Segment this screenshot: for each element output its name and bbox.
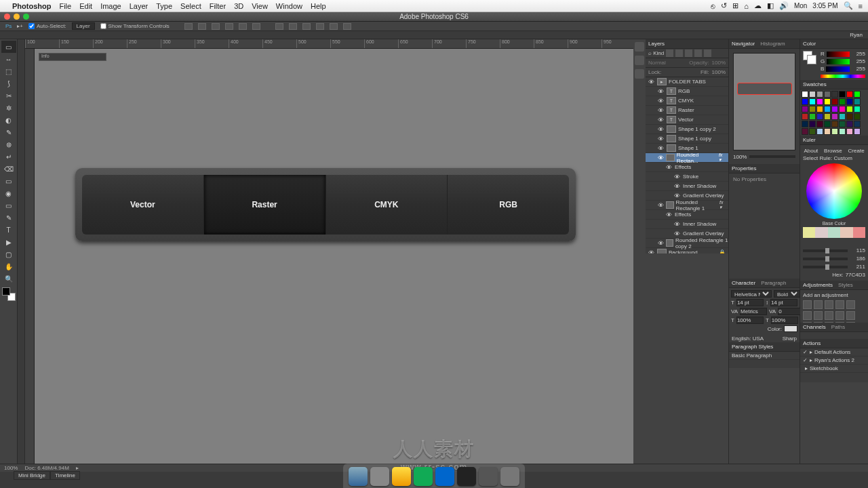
dock-finder-icon[interactable] bbox=[349, 467, 368, 486]
menu-image[interactable]: Image bbox=[100, 2, 121, 10]
leading[interactable] bbox=[770, 299, 797, 306]
aa-select[interactable]: Sharp bbox=[783, 336, 797, 342]
dock-icon[interactable] bbox=[635, 69, 644, 79]
menu-app[interactable]: Photoshop bbox=[12, 2, 51, 10]
menu-window[interactable]: Window bbox=[276, 2, 302, 10]
layer-row[interactable]: 👁TRGB bbox=[646, 87, 728, 96]
vertical-ruler[interactable] bbox=[25, 49, 35, 464]
navigator-tab[interactable]: Navigator bbox=[732, 41, 755, 47]
auto-select-checkbox[interactable]: Auto-Select: bbox=[28, 23, 66, 29]
visibility-icon[interactable]: 👁 bbox=[658, 98, 665, 104]
swatch[interactable] bbox=[846, 121, 853, 127]
swatch[interactable] bbox=[824, 121, 831, 127]
heal-tool[interactable]: ◐ bbox=[1, 114, 16, 126]
swatch[interactable] bbox=[846, 91, 853, 98]
swatch[interactable] bbox=[802, 91, 808, 98]
align-btn[interactable] bbox=[212, 23, 220, 30]
pstyles-tab[interactable]: Paragraph Styles bbox=[732, 344, 773, 350]
layer-row[interactable]: 👁Inner Shadow bbox=[646, 182, 728, 191]
filter-type-icon[interactable] bbox=[685, 49, 692, 57]
status-icon[interactable]: ↺ bbox=[721, 1, 727, 10]
swatch[interactable] bbox=[846, 106, 853, 113]
status-icon[interactable]: ⌂ bbox=[744, 2, 749, 10]
r-value[interactable]: 255 bbox=[852, 51, 865, 57]
kuler-tab[interactable]: Kuler bbox=[803, 137, 816, 143]
layer-row[interactable]: 👁Inner Shadow bbox=[646, 220, 728, 229]
swatch[interactable] bbox=[839, 128, 846, 135]
b-value[interactable]: 255 bbox=[852, 66, 865, 72]
layer-row[interactable]: 👁TVector bbox=[646, 115, 728, 125]
visibility-icon[interactable]: 👁 bbox=[674, 174, 681, 180]
g-value[interactable]: 255 bbox=[852, 58, 865, 64]
kuler-rule[interactable]: Custom bbox=[833, 155, 852, 161]
layer-row[interactable]: 👁Rounded Rectangle 1 copy 2 bbox=[646, 239, 728, 248]
distribute-btn[interactable] bbox=[343, 23, 351, 30]
swatch[interactable] bbox=[816, 121, 823, 127]
visibility-icon[interactable]: 👁 bbox=[658, 107, 665, 114]
swatch[interactable] bbox=[839, 121, 846, 127]
show-transform-checkbox[interactable]: Show Transform Controls bbox=[100, 23, 170, 29]
blur-tool[interactable]: ◉ bbox=[1, 187, 16, 199]
menu-3d[interactable]: 3D bbox=[234, 2, 243, 10]
h-slider[interactable] bbox=[803, 249, 848, 252]
visibility-icon[interactable]: 👁 bbox=[648, 79, 655, 85]
swatch[interactable] bbox=[802, 121, 808, 127]
horizontal-ruler[interactable]: 1001502002503003504004505005506006507007… bbox=[25, 39, 633, 49]
g-slider[interactable] bbox=[827, 59, 850, 64]
hand-tool[interactable]: ✋ bbox=[1, 260, 16, 272]
swatch[interactable] bbox=[802, 98, 808, 105]
actions-tab[interactable]: Actions bbox=[803, 340, 821, 346]
layer-row[interactable]: 👁Effects bbox=[646, 163, 728, 172]
stamp-tool[interactable]: ⊛ bbox=[1, 138, 16, 150]
action-item[interactable]: ▸Sketchbook bbox=[800, 365, 868, 373]
kuler-swatch[interactable] bbox=[803, 227, 815, 238]
navigator-preview[interactable] bbox=[733, 53, 795, 150]
move-tool[interactable]: ▭ bbox=[1, 41, 16, 53]
paths-tab[interactable]: Paths bbox=[831, 324, 845, 330]
nav-zoom-slider[interactable] bbox=[749, 155, 795, 158]
align-btn[interactable] bbox=[225, 23, 233, 30]
visibility-icon[interactable]: 👁 bbox=[674, 192, 681, 199]
swatch[interactable] bbox=[839, 106, 846, 113]
blend-mode[interactable]: Normal bbox=[648, 60, 666, 66]
layer-row[interactable]: 👁Shape 1 copy bbox=[646, 134, 728, 144]
color-swatches[interactable] bbox=[2, 287, 16, 301]
zoom-status[interactable]: 100% bbox=[4, 465, 18, 471]
fx-badge[interactable]: fx ▾ bbox=[719, 200, 726, 210]
menu-select[interactable]: Select bbox=[180, 2, 201, 10]
swatch[interactable] bbox=[809, 113, 816, 120]
swatch[interactable] bbox=[816, 113, 823, 120]
visibility-icon[interactable]: 👁 bbox=[658, 155, 664, 161]
swatch[interactable] bbox=[824, 106, 831, 113]
swatch[interactable] bbox=[824, 113, 831, 120]
pen-tool[interactable]: ✎ bbox=[1, 211, 16, 224]
menu-edit[interactable]: Edit bbox=[79, 2, 92, 10]
swatch[interactable] bbox=[809, 128, 816, 135]
swatch[interactable] bbox=[839, 98, 846, 105]
ps-icon[interactable]: Ps bbox=[5, 23, 12, 29]
adj-icon[interactable] bbox=[803, 300, 812, 309]
bg-mini-swatch[interactable] bbox=[807, 55, 816, 64]
swatch[interactable] bbox=[809, 98, 816, 105]
swatch[interactable] bbox=[854, 121, 861, 127]
layer-row[interactable]: 👁Stroke bbox=[646, 172, 728, 182]
dock-icon[interactable] bbox=[635, 42, 644, 52]
action-item[interactable]: ✓▸Default Actions bbox=[800, 348, 868, 357]
vscale[interactable] bbox=[736, 317, 764, 324]
dock-app-icon[interactable] bbox=[414, 467, 433, 486]
swatch[interactable] bbox=[831, 113, 838, 120]
hscale[interactable] bbox=[771, 317, 798, 324]
s-slider[interactable] bbox=[803, 258, 848, 260]
hue-strip[interactable] bbox=[821, 75, 865, 78]
dock-icon[interactable] bbox=[635, 56, 644, 65]
status-icon[interactable]: 🔊 bbox=[779, 1, 789, 10]
layer-row[interactable]: 👁Effects bbox=[646, 210, 728, 220]
swatch[interactable] bbox=[824, 98, 831, 105]
distribute-btn[interactable] bbox=[302, 23, 311, 30]
swatch[interactable] bbox=[802, 128, 808, 135]
swatch[interactable] bbox=[846, 128, 853, 135]
brush-tool[interactable]: ✎ bbox=[1, 126, 16, 138]
font-family[interactable]: Helvetica Neue bbox=[731, 290, 772, 298]
history-brush-tool[interactable]: ↵ bbox=[1, 150, 16, 163]
kuler-color-wheel[interactable] bbox=[806, 163, 862, 219]
